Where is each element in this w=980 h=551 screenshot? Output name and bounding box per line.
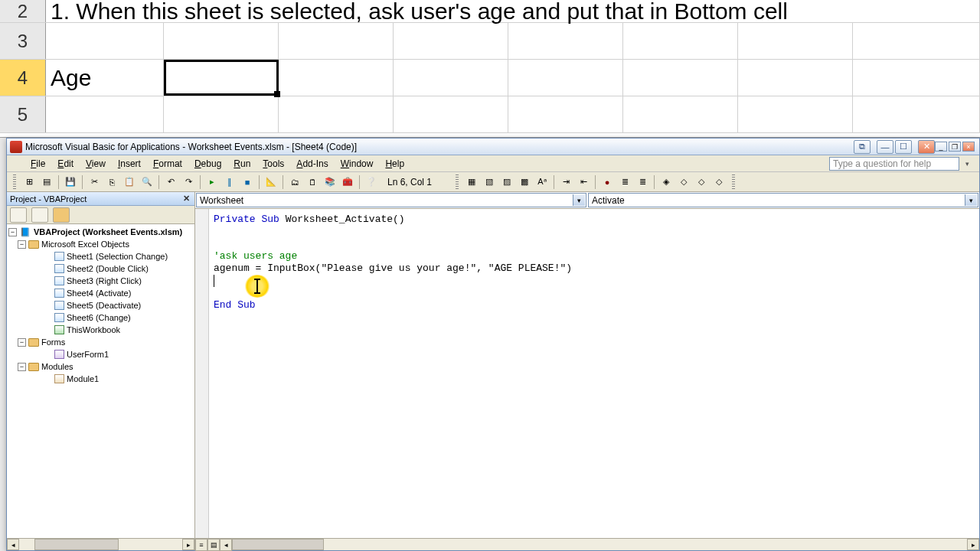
tree-sheet1[interactable]: Sheet1 (Selection Change) bbox=[8, 250, 194, 262]
chevron-down-icon[interactable]: ▾ bbox=[965, 194, 977, 206]
hscroll-left-icon[interactable]: ◂ bbox=[220, 539, 232, 551]
menu-help[interactable]: Help bbox=[380, 157, 410, 171]
tree-thisworkbook[interactable]: ThisWorkbook bbox=[8, 324, 194, 336]
excel-row-2[interactable]: 2 1. When this sheet is selected, ask us… bbox=[0, 0, 980, 23]
reset-icon[interactable]: ■ bbox=[240, 174, 255, 190]
tree-excel-objects[interactable]: − Microsoft Excel Objects bbox=[8, 238, 194, 250]
cell-g4[interactable] bbox=[738, 60, 853, 96]
cell-a5[interactable] bbox=[46, 96, 164, 132]
cell-c3[interactable] bbox=[279, 23, 394, 59]
code-editor[interactable]: Private Sub Worksheet_Activate() 'ask us… bbox=[195, 209, 979, 538]
cell-a3[interactable] bbox=[46, 23, 164, 59]
tree-sheet4[interactable]: Sheet4 (Activate) bbox=[8, 287, 194, 299]
project-scrollbar[interactable]: ◂ ▸ bbox=[7, 538, 194, 550]
object-dropdown[interactable]: Worksheet▾ bbox=[196, 193, 586, 207]
procedure-view-icon[interactable]: ≡ bbox=[195, 539, 207, 551]
break-icon[interactable]: ‖ bbox=[222, 174, 237, 190]
edit-tb-icon-2[interactable]: ▧ bbox=[482, 174, 497, 190]
excel-row-3[interactable]: 3 bbox=[0, 23, 980, 60]
cell-b4-selected[interactable] bbox=[164, 60, 279, 96]
tree-modules[interactable]: −Modules bbox=[8, 360, 194, 373]
save-icon[interactable]: 💾 bbox=[63, 174, 78, 190]
toolbar-grip[interactable] bbox=[13, 174, 16, 190]
tree-sheet5[interactable]: Sheet5 (Deactivate) bbox=[8, 299, 194, 311]
menu-view[interactable]: View bbox=[80, 157, 111, 171]
toolbar-grip-3[interactable] bbox=[732, 174, 735, 190]
tree-sheet2[interactable]: Sheet2 (Double Click) bbox=[8, 262, 194, 275]
tree-sheet3[interactable]: Sheet3 (Right Click) bbox=[8, 275, 194, 287]
row-header-5[interactable]: 5 bbox=[0, 96, 46, 132]
mdi-close[interactable]: × bbox=[962, 142, 975, 152]
cell-c4[interactable] bbox=[279, 60, 394, 96]
view-code-icon[interactable] bbox=[10, 207, 27, 223]
project-explorer-icon[interactable]: 🗂 bbox=[287, 174, 302, 190]
design-mode-icon[interactable]: 📐 bbox=[263, 174, 279, 190]
tree-sheet6[interactable]: Sheet6 (Change) bbox=[8, 311, 194, 324]
find-icon[interactable]: 🔍 bbox=[139, 174, 155, 190]
cell-d5[interactable] bbox=[394, 96, 508, 132]
clear-bookmark-icon[interactable]: ◇ bbox=[711, 174, 727, 190]
row-header-3[interactable]: 3 bbox=[0, 23, 46, 59]
outdent-icon[interactable]: ⇤ bbox=[576, 174, 591, 190]
excel-row-4[interactable]: 4 Age bbox=[0, 60, 980, 96]
help-search-input[interactable]: Type a question for help bbox=[829, 157, 959, 171]
breakpoint-icon[interactable]: ● bbox=[599, 174, 615, 190]
chevron-down-icon[interactable]: ▾ bbox=[573, 194, 585, 206]
bookmark-icon[interactable]: ◈ bbox=[658, 174, 674, 190]
cell-d4[interactable] bbox=[394, 60, 508, 96]
cut-icon[interactable]: ✂ bbox=[87, 174, 102, 190]
properties-icon[interactable]: 🗒 bbox=[305, 174, 320, 190]
help-icon[interactable]: ❔ bbox=[364, 174, 379, 190]
redo-icon[interactable]: ↷ bbox=[181, 174, 196, 190]
procedure-dropdown[interactable]: Activate▾ bbox=[588, 193, 978, 207]
menu-edit[interactable]: Edit bbox=[52, 157, 79, 171]
copy-icon[interactable]: ⎘ bbox=[104, 174, 119, 190]
view-excel-icon[interactable]: ⊞ bbox=[21, 174, 37, 190]
project-explorer-close-icon[interactable]: ✕ bbox=[181, 194, 191, 204]
edit-tb-icon-4[interactable]: ▩ bbox=[517, 174, 532, 190]
menu-file[interactable]: File bbox=[25, 157, 51, 171]
menu-addins[interactable]: Add-Ins bbox=[291, 157, 333, 171]
undo-icon[interactable]: ↶ bbox=[163, 174, 178, 190]
edit-tb-icon-3[interactable]: ▨ bbox=[499, 174, 514, 190]
excel-row-5[interactable]: 5 bbox=[0, 96, 980, 133]
row-header-4[interactable]: 4 bbox=[0, 60, 46, 96]
minimize-button[interactable]: — bbox=[877, 140, 893, 154]
edit-tb-icon-5[interactable]: Aᵃ bbox=[534, 174, 550, 190]
close-button[interactable]: ✕ bbox=[918, 140, 935, 154]
cell-e3[interactable] bbox=[508, 23, 623, 59]
indent-icon[interactable]: ⇥ bbox=[558, 174, 573, 190]
maximize-button[interactable]: ☐ bbox=[895, 140, 912, 154]
hscroll-right-icon[interactable]: ▸ bbox=[967, 539, 979, 550]
mdi-restore[interactable]: ❐ bbox=[949, 142, 961, 152]
insert-module-icon[interactable]: ▤ bbox=[39, 174, 54, 190]
edit-tb-icon-1[interactable]: ▦ bbox=[464, 174, 479, 190]
toolbox-icon[interactable]: 🧰 bbox=[340, 174, 355, 190]
vbe-titlebar[interactable]: Microsoft Visual Basic for Applications … bbox=[7, 139, 979, 155]
prev-bookmark-icon[interactable]: ◇ bbox=[694, 174, 709, 190]
cell-b3[interactable] bbox=[164, 23, 279, 59]
tree-forms[interactable]: −Forms bbox=[8, 336, 194, 348]
cell-g5[interactable] bbox=[738, 96, 853, 132]
cell-f5[interactable] bbox=[623, 96, 738, 132]
mdi-minimize[interactable]: _ bbox=[935, 142, 947, 152]
cell-b5[interactable] bbox=[164, 96, 279, 132]
tree-project-root[interactable]: −📘 VBAProject (Worksheet Events.xlsm) bbox=[8, 226, 194, 238]
cell-h4[interactable] bbox=[853, 60, 980, 96]
view-object-icon[interactable] bbox=[31, 207, 48, 223]
help-search-arrow[interactable]: ▾ bbox=[965, 160, 975, 168]
tree-module1[interactable]: Module1 bbox=[8, 373, 194, 385]
next-bookmark-icon[interactable]: ◇ bbox=[676, 174, 691, 190]
object-browser-icon[interactable]: 📚 bbox=[322, 174, 338, 190]
cell-e4[interactable] bbox=[508, 60, 623, 96]
menu-run[interactable]: Run bbox=[228, 157, 256, 171]
menu-insert[interactable]: Insert bbox=[113, 157, 146, 171]
menu-tools[interactable]: Tools bbox=[257, 157, 289, 171]
menu-debug[interactable]: Debug bbox=[189, 157, 227, 171]
paste-icon[interactable]: 📋 bbox=[122, 174, 137, 190]
code-margin[interactable] bbox=[195, 209, 209, 538]
toolbar-grip-2[interactable] bbox=[456, 174, 459, 190]
cell-e5[interactable] bbox=[508, 96, 623, 132]
toggle-folders-icon[interactable] bbox=[53, 207, 70, 223]
project-tree[interactable]: −📘 VBAProject (Worksheet Events.xlsm) − … bbox=[7, 224, 194, 538]
